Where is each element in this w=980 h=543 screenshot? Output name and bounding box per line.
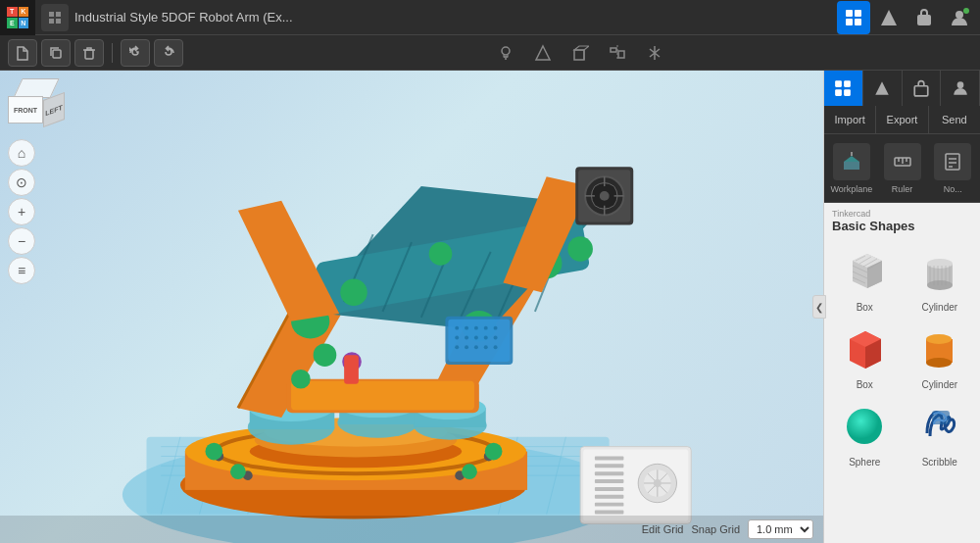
align-tool[interactable]: [602, 39, 633, 67]
svg-point-162: [847, 409, 882, 444]
svg-point-148: [927, 259, 953, 269]
collapse-panel-button[interactable]: ❮: [812, 295, 826, 319]
user-icon-btn[interactable]: [943, 1, 976, 34]
new-button[interactable]: [8, 39, 37, 67]
panel-bag-tab[interactable]: [903, 71, 942, 106]
bag-icon-btn[interactable]: [907, 1, 941, 34]
import-button[interactable]: Import: [824, 106, 876, 133]
logo: T K E N: [0, 0, 35, 35]
page-title: Industrial Style 5DOF Robot Arm (Ex...: [74, 10, 837, 25]
svg-point-115: [465, 345, 468, 349]
redo-button[interactable]: [154, 39, 183, 67]
shape-scribble[interactable]: Scribble: [906, 396, 975, 468]
white-component: [580, 447, 691, 524]
edit-grid-label[interactable]: Edit Grid: [642, 523, 684, 535]
svg-rect-92: [595, 495, 624, 499]
toolbar-separator-1: [112, 43, 113, 63]
svg-rect-126: [844, 162, 859, 170]
shape-tool[interactable]: [527, 39, 559, 67]
svg-rect-89: [595, 471, 624, 475]
ruler-label: Ruler: [892, 184, 913, 194]
svg-point-116: [474, 345, 478, 349]
shapes-icon-btn[interactable]: [872, 1, 906, 34]
shapes-header: Tinkercad Basic Shapes: [824, 203, 980, 235]
3d-viewport[interactable]: FRONT LEFT ⌂ ⊙ + − ≡: [0, 71, 823, 543]
toolbar: [0, 35, 980, 71]
workplane-tool[interactable]: Workplane: [828, 143, 875, 194]
panel-grid-tab[interactable]: [824, 71, 863, 106]
svg-rect-12: [53, 50, 61, 58]
snap-grid-label: Snap Grid: [691, 523, 740, 535]
svg-point-49: [462, 464, 477, 479]
shape-box-red[interactable]: Box: [830, 319, 900, 390]
topbar: T K E N Industrial Style 5DOF Robot Arm …: [0, 0, 980, 35]
svg-rect-19: [611, 48, 616, 52]
shape-box-grey-label: Box: [857, 302, 873, 313]
svg-rect-13: [85, 50, 93, 59]
export-button[interactable]: Export: [876, 106, 928, 133]
svg-marker-127: [844, 156, 859, 162]
svg-point-118: [494, 345, 498, 349]
svg-point-47: [485, 443, 503, 461]
notes-label: No...: [944, 184, 962, 194]
delete-button[interactable]: [74, 39, 104, 67]
svg-rect-121: [836, 89, 843, 96]
svg-rect-93: [595, 503, 624, 507]
top-right-icons: [837, 1, 976, 34]
snap-grid-select[interactable]: 1.0 mm 0.5 mm 0.1 mm: [748, 519, 813, 539]
svg-rect-0: [49, 12, 54, 17]
shape-cylinder-grey[interactable]: Cylinder: [906, 241, 975, 313]
svg-point-73: [567, 236, 593, 262]
robot-arm-canvas[interactable]: [0, 71, 823, 543]
tool-head: [575, 167, 633, 224]
svg-rect-20: [618, 51, 624, 58]
svg-point-160: [926, 334, 952, 344]
undo-button[interactable]: [121, 39, 150, 67]
svg-marker-15: [536, 46, 550, 60]
copy-button[interactable]: [41, 39, 71, 67]
svg-rect-90: [595, 479, 624, 483]
cube-tool[interactable]: [564, 39, 596, 67]
shape-cylinder-orange[interactable]: Cylinder: [906, 319, 975, 390]
ruler-tool[interactable]: Ruler: [879, 143, 926, 194]
send-button[interactable]: Send: [929, 106, 980, 133]
shape-sphere-teal[interactable]: Sphere: [830, 396, 900, 468]
svg-point-14: [502, 47, 510, 55]
svg-point-149: [927, 280, 953, 290]
svg-rect-120: [845, 80, 852, 87]
svg-rect-7: [855, 19, 861, 25]
svg-rect-124: [914, 86, 928, 96]
shapes-row-1: Box: [830, 241, 974, 313]
shape-box-grey[interactable]: Box: [830, 241, 900, 313]
grid-icon-btn[interactable]: [837, 1, 870, 34]
svg-point-48: [230, 464, 246, 479]
panel-user-tab[interactable]: [941, 71, 980, 106]
shapes-grid: Box: [824, 235, 980, 543]
svg-point-105: [465, 326, 468, 330]
svg-rect-5: [855, 10, 861, 17]
svg-point-74: [314, 343, 337, 367]
panel-actions: Import Export Send: [824, 106, 980, 134]
svg-rect-6: [846, 19, 853, 25]
svg-point-114: [455, 345, 459, 349]
shape-sphere-label: Sphere: [849, 457, 880, 468]
logo-tl: T: [7, 7, 18, 18]
svg-point-46: [205, 443, 222, 461]
svg-marker-123: [875, 81, 889, 95]
svg-point-70: [340, 278, 368, 306]
svg-rect-91: [595, 487, 624, 491]
blue-component: [445, 317, 513, 365]
svg-point-10: [956, 11, 963, 19]
mirror-tool[interactable]: [639, 39, 670, 67]
svg-point-106: [474, 326, 478, 330]
bulb-tool[interactable]: [490, 39, 521, 67]
shape-cylinder-grey-label: Cylinder: [921, 302, 957, 313]
svg-rect-16: [574, 50, 584, 60]
logo-tr: K: [19, 7, 29, 18]
shapes-row-2: Box Cylinder: [830, 319, 974, 390]
shape-scribble-label: Scribble: [922, 457, 957, 468]
svg-point-110: [465, 336, 468, 340]
notes-tool[interactable]: No...: [929, 143, 976, 194]
svg-rect-119: [836, 80, 843, 87]
panel-shapes-tab[interactable]: [863, 71, 903, 106]
